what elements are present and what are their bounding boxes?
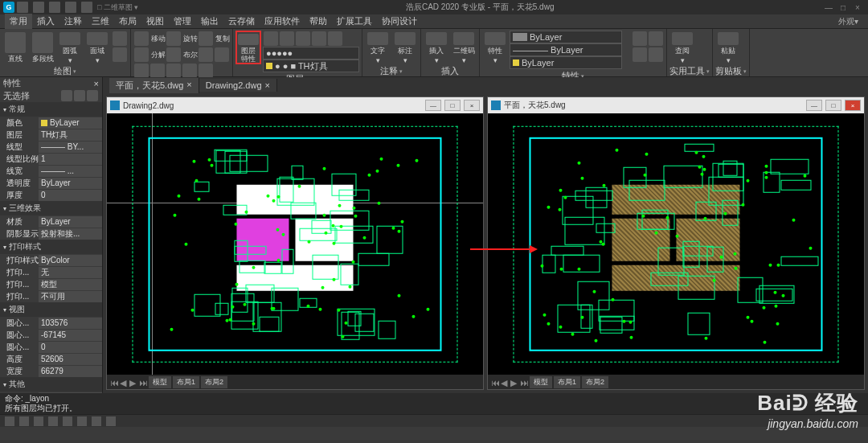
layer-clr-icon[interactable] [328, 31, 342, 46]
props-row[interactable]: 打印...模型 [0, 278, 102, 290]
dwin-max-button[interactable]: □ [444, 100, 461, 111]
polar-icon[interactable] [48, 416, 58, 426]
props-row[interactable]: 宽度66279 [0, 365, 102, 377]
tab-help[interactable]: 帮助 [305, 14, 332, 29]
layer-combo[interactable]: ● ● ■ TH灯具 [263, 59, 359, 72]
nav-next-icon[interactable]: ▶ [510, 378, 518, 386]
props-row[interactable]: 透明度ByLayer [0, 177, 102, 189]
dwin-right-titlebar[interactable]: 平面，天花5.dwg — □ × [488, 97, 864, 113]
snap-icon[interactable] [5, 416, 14, 426]
dwin-left-titlebar[interactable]: Drawing2.dwg — □ × [107, 97, 483, 113]
props-misc-1[interactable] [633, 31, 647, 46]
tab-cloud[interactable]: 云存储 [223, 14, 260, 29]
layer-lock-icon[interactable] [312, 31, 326, 46]
props-row[interactable]: 阴影显示投射和接... [0, 228, 102, 240]
insert-button[interactable]: 插入▾ [424, 31, 449, 64]
props-row[interactable]: 线型比例1 [0, 153, 102, 165]
explode-icon[interactable] [134, 47, 149, 62]
props-misc-4[interactable] [649, 47, 663, 62]
window-close-button[interactable]: × [850, 2, 865, 13]
tab-collab[interactable]: 协同设计 [377, 14, 422, 29]
lookup-button[interactable]: 查阅▾ [669, 31, 695, 64]
tab-apps[interactable]: 应用软件 [260, 14, 305, 29]
props-cat[interactable]: ▾视图 [0, 302, 102, 317]
nav-next-icon[interactable]: ▶ [129, 378, 137, 386]
qat-2d-label[interactable]: □ 二维草图 ▾ [97, 2, 138, 13]
nav-first-icon[interactable]: ⏮ [110, 378, 118, 386]
osnap-icon[interactable] [63, 416, 72, 426]
model-tab[interactable]: 模型 [149, 376, 171, 388]
props-cat[interactable]: ▾常规 [0, 102, 102, 117]
props-cat[interactable]: ▾打印样式 [0, 240, 102, 254]
model-tab[interactable]: 模型 [530, 376, 552, 388]
arc-button[interactable]: 圆弧▾ [57, 31, 83, 64]
layer-freeze-icon[interactable] [296, 31, 310, 46]
canvas-right[interactable] [488, 113, 864, 375]
ortho-icon[interactable] [34, 416, 43, 426]
text-button[interactable]: 文字▾ [365, 31, 391, 64]
layer-iso-icon[interactable] [264, 31, 278, 46]
otrack-icon[interactable] [77, 416, 87, 426]
nav-last-icon[interactable]: ⏭ [520, 378, 528, 386]
copy-icon[interactable] [199, 31, 213, 46]
lwt-icon[interactable] [92, 416, 101, 426]
mod-icon-2[interactable] [215, 47, 229, 62]
props-row[interactable]: 颜色ByLayer [0, 117, 102, 129]
color-combo[interactable]: ByLayer [510, 31, 622, 43]
qat-new-icon[interactable] [17, 2, 28, 13]
props-misc-3[interactable] [633, 47, 647, 62]
tab-layout[interactable]: 布局 [114, 14, 141, 29]
tab-insert[interactable]: 插入 [32, 14, 59, 29]
lweight-combo[interactable]: ———— ByLayer [510, 43, 622, 56]
props-row[interactable]: 注释比例1:1 [0, 392, 102, 393]
tab-ext[interactable]: 扩展工具 [332, 14, 377, 29]
tab-common[interactable]: 常用 [5, 14, 32, 29]
props-row[interactable]: 高度52606 [0, 353, 102, 365]
tab-manage[interactable]: 管理 [169, 14, 196, 29]
props-row[interactable]: 打印...无 [0, 266, 102, 278]
move-icon[interactable] [134, 31, 149, 46]
dwin-close-button[interactable]: × [464, 100, 480, 111]
props-row[interactable]: 线型——— BY... [0, 141, 102, 153]
layout2-tab[interactable]: 布局2 [582, 376, 608, 388]
qat-open-icon[interactable] [33, 2, 44, 13]
props-row[interactable]: 线宽——— ... [0, 165, 102, 177]
qat-undo-icon[interactable] [65, 2, 76, 13]
props-pick-icon[interactable] [74, 90, 85, 101]
dim-button[interactable]: 标注▾ [392, 31, 418, 64]
close-icon[interactable]: × [186, 80, 191, 92]
props-row[interactable]: 厚度0 [0, 189, 102, 201]
props-quick-icon[interactable] [87, 90, 98, 101]
paste-button[interactable]: 粘贴▾ [715, 31, 741, 64]
nav-first-icon[interactable]: ⏮ [491, 378, 499, 386]
nav-last-icon[interactable]: ⏭ [139, 378, 147, 386]
props-cat[interactable]: ▾其他 [0, 377, 102, 392]
doc-tab-2[interactable]: Drawing2.dwg× [199, 79, 277, 92]
tab-view[interactable]: 视图 [141, 14, 169, 29]
draw-misc-1[interactable] [113, 31, 127, 46]
layer-off-icon[interactable] [280, 31, 294, 46]
props-misc-2[interactable] [649, 31, 663, 46]
polyline-button[interactable]: 多段线 [30, 31, 55, 64]
rotate-icon[interactable] [166, 31, 181, 46]
mod-icon-6[interactable] [182, 64, 197, 78]
window-max-button[interactable]: □ [836, 2, 850, 13]
grid-icon[interactable] [19, 416, 29, 426]
layer-state-combo[interactable]: ●●●●● [263, 47, 359, 59]
mod-icon-7[interactable] [199, 64, 213, 78]
tab-annotate[interactable]: 注释 [59, 14, 87, 29]
region-button[interactable]: 面域▾ [84, 31, 110, 64]
props-row[interactable]: 圆心...103576 [0, 317, 102, 329]
bool-icon[interactable] [166, 47, 181, 62]
props-row[interactable]: 打印...不可用 [0, 290, 102, 302]
draw-misc-2[interactable] [113, 47, 127, 62]
props-row[interactable]: 圆心...0 [0, 341, 102, 353]
props-button[interactable]: 特性▾ [482, 31, 508, 64]
mod-icon-5[interactable] [166, 64, 181, 78]
layout1-tab[interactable]: 布局1 [554, 376, 580, 388]
props-row[interactable]: 圆心...-67145 [0, 329, 102, 341]
layout2-tab[interactable]: 布局2 [201, 376, 227, 388]
layout1-tab[interactable]: 布局1 [173, 376, 199, 388]
ltype-combo[interactable]: ByLayer [510, 56, 622, 69]
qr-button[interactable]: 二维码▾ [451, 31, 477, 64]
